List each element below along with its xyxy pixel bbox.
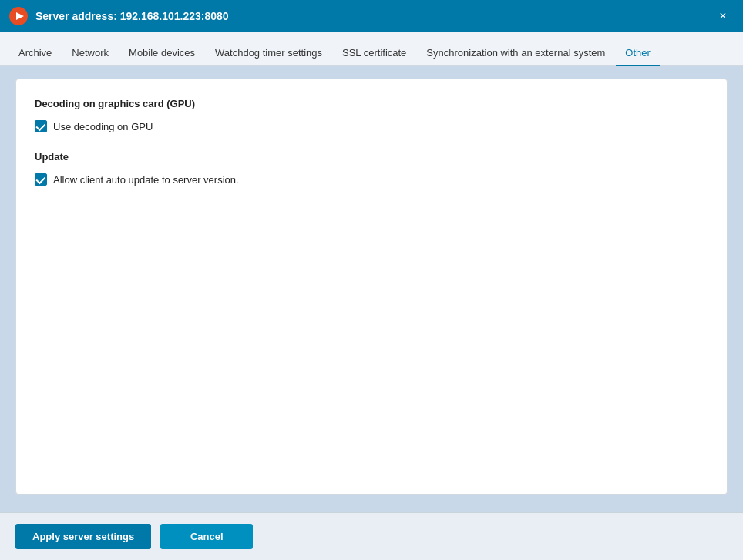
tab-sync[interactable]: Synchronization with an external system (417, 41, 614, 66)
tab-watchdog[interactable]: Watchdog timer settings (206, 41, 331, 66)
apply-button[interactable]: Apply server settings (15, 524, 151, 549)
tab-archive[interactable]: Archive (9, 41, 61, 66)
use-gpu-checkbox[interactable] (35, 120, 47, 132)
tab-network[interactable]: Network (62, 41, 118, 66)
gpu-section-title: Decoding on graphics card (GPU) (35, 98, 708, 109)
window-title: Server address: 192.168.101.223:8080 (35, 10, 712, 22)
auto-update-row: Allow client auto update to server versi… (35, 173, 708, 186)
use-gpu-label: Use decoding on GPU (53, 121, 153, 132)
tab-mobile-devices[interactable]: Mobile devices (119, 41, 204, 66)
title-bar: Server address: 192.168.101.223:8080 × (0, 0, 743, 32)
app-logo (9, 7, 28, 25)
gpu-section: Decoding on graphics card (GPU) Use deco… (35, 98, 708, 132)
use-gpu-row: Use decoding on GPU (35, 120, 708, 132)
auto-update-label: Allow client auto update to server versi… (53, 174, 239, 186)
update-section-title: Update (35, 151, 708, 163)
cancel-button[interactable]: Cancel (160, 524, 253, 549)
main-area: Decoding on graphics card (GPU) Use deco… (0, 66, 743, 512)
tab-bar: Archive Network Mobile devices Watchdog … (0, 32, 743, 66)
tab-ssl[interactable]: SSL certificate (333, 41, 415, 66)
close-button[interactable]: × (712, 5, 734, 27)
tab-other[interactable]: Other (616, 41, 660, 66)
update-section: Update Allow client auto update to serve… (35, 151, 708, 186)
footer: Apply server settings Cancel (0, 512, 743, 560)
auto-update-checkbox[interactable] (35, 173, 47, 186)
content-panel: Decoding on graphics card (GPU) Use deco… (15, 79, 728, 495)
